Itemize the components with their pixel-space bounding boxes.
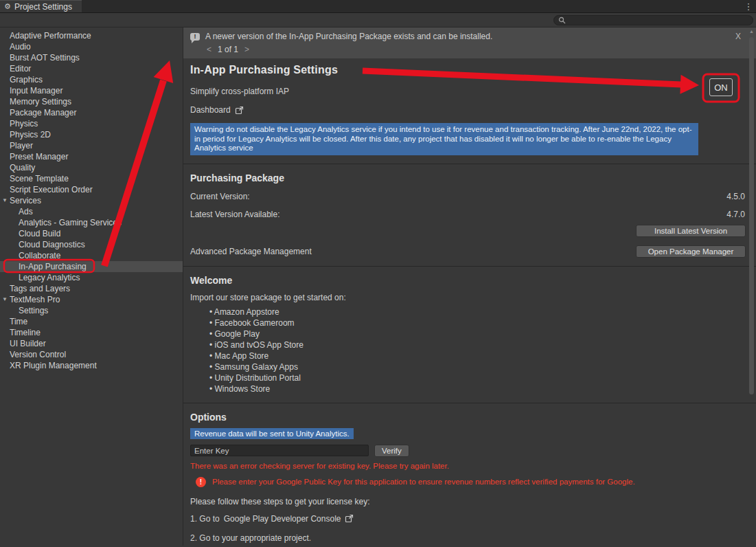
- sidebar-item-cloud-diagnostics[interactable]: Cloud Diagnostics: [0, 239, 183, 250]
- section-divider: [183, 164, 756, 164]
- next-message-button[interactable]: >: [243, 45, 251, 54]
- current-version-value: 4.5.0: [726, 192, 745, 201]
- google-key-error-text: Please enter your Google Public Key for …: [212, 478, 635, 486]
- sidebar-item-package-manager[interactable]: Package Manager: [0, 107, 183, 118]
- open-package-manager-button[interactable]: Open Package Manager: [636, 245, 746, 258]
- sidebar-item-analytics-gaming-services[interactable]: Analytics - Gaming Services: [0, 217, 183, 228]
- toolbar: [0, 13, 756, 27]
- license-key-input[interactable]: [190, 445, 369, 456]
- sidebar-item-adaptive-performance[interactable]: Adaptive Performance: [0, 30, 183, 41]
- server-error-text: There was an error checking server for e…: [190, 462, 749, 470]
- search-icon: [558, 16, 566, 24]
- scrollbar[interactable]: ▲: [747, 27, 756, 546]
- search-bar[interactable]: [553, 15, 753, 25]
- steps-intro: Please follow these steps to get your li…: [190, 497, 749, 506]
- sidebar-item-label: Collaborate: [19, 251, 60, 260]
- external-link-icon: [235, 106, 244, 115]
- sidebar-item-legacy-analytics[interactable]: Legacy Analytics: [0, 272, 183, 283]
- step1-prefix: 1. Go to: [190, 514, 220, 524]
- settings-content: ! A newer version of the In-App Purchasi…: [183, 27, 756, 546]
- sidebar-item-player[interactable]: Player: [0, 140, 183, 151]
- console-message-icon: !: [190, 33, 200, 41]
- store-list-item: • Amazon Appstore: [209, 306, 749, 317]
- welcome-intro: Import our store package to get started …: [190, 293, 749, 302]
- sidebar-item-script-execution-order[interactable]: Script Execution Order: [0, 184, 183, 195]
- scrollbar-thumb[interactable]: [749, 37, 754, 394]
- sidebar-item-scene-template[interactable]: Scene Template: [0, 173, 183, 184]
- sidebar-item-label: TextMesh Pro: [10, 295, 60, 304]
- purchasing-package-heading: Purchasing Package: [190, 172, 749, 183]
- sidebar-item-time[interactable]: Time: [0, 316, 183, 327]
- dashboard-link[interactable]: Dashboard: [190, 105, 244, 115]
- sidebar-item-ui-builder[interactable]: UI Builder: [0, 338, 183, 349]
- sidebar-item-cloud-build[interactable]: Cloud Build: [0, 228, 183, 239]
- sidebar-item-in-app-purchasing[interactable]: In-App Purchasing: [0, 261, 183, 272]
- sidebar-item-burst-aot-settings[interactable]: Burst AOT Settings: [0, 52, 183, 63]
- verify-button[interactable]: Verify: [374, 445, 409, 457]
- sidebar-item-textmesh-pro[interactable]: ▼TextMesh Pro: [0, 294, 183, 305]
- banner-message: A newer version of the In-App Purchasing…: [205, 32, 492, 41]
- sidebar-item-preset-manager[interactable]: Preset Manager: [0, 151, 183, 162]
- sidebar-item-tags-and-layers[interactable]: Tags and Layers: [0, 283, 183, 294]
- close-icon[interactable]: X: [733, 32, 744, 41]
- store-list-item: • Unity Distribution Portal: [209, 372, 749, 383]
- sidebar-item-services[interactable]: ▼Services: [0, 195, 183, 206]
- scroll-up-arrow-icon[interactable]: ▲: [747, 29, 756, 34]
- gear-icon: ⚙: [4, 2, 11, 11]
- sidebar-item-label: UI Builder: [10, 339, 46, 348]
- section-divider: [183, 403, 756, 403]
- foldout-arrow-icon[interactable]: ▼: [2, 294, 8, 305]
- sidebar-item-input-manager[interactable]: Input Manager: [0, 85, 183, 96]
- sidebar-item-collaborate[interactable]: Collaborate: [0, 250, 183, 261]
- sidebar-item-audio[interactable]: Audio: [0, 41, 183, 52]
- sidebar-item-label: Version Control: [10, 350, 66, 359]
- project-settings-window: ⚙ Project Settings ⋮ Adaptive Performanc…: [0, 0, 756, 547]
- sidebar-item-label: Services: [10, 196, 41, 205]
- sidebar-item-xr-plugin-management[interactable]: XR Plugin Management: [0, 360, 183, 371]
- revenue-note: Revenue data will be sent to Unity Analy…: [190, 428, 354, 439]
- sidebar-item-graphics[interactable]: Graphics: [0, 74, 183, 85]
- sidebar-item-physics-2d[interactable]: Physics 2D: [0, 129, 183, 140]
- prev-message-button[interactable]: <: [205, 45, 213, 54]
- foldout-arrow-icon[interactable]: ▼: [2, 195, 8, 206]
- step2-text: 2. Go to your appropriate project.: [190, 533, 749, 543]
- store-list-item: • iOS and tvOS App Store: [209, 339, 749, 350]
- install-latest-version-button[interactable]: Install Latest Version: [636, 225, 746, 237]
- search-input[interactable]: [569, 16, 748, 24]
- store-list: • Amazon Appstore• Facebook Gameroom• Go…: [190, 306, 749, 394]
- store-list-item: • Mac App Store: [209, 350, 749, 361]
- google-play-console-link[interactable]: Google Play Developer Console: [224, 514, 341, 524]
- sidebar-item-label: Cloud Diagnostics: [19, 240, 85, 249]
- section-divider: [183, 266, 756, 267]
- sidebar-item-editor[interactable]: Editor: [0, 63, 183, 74]
- sidebar-item-ads[interactable]: Ads: [0, 206, 183, 217]
- latest-version-label: Latest Version Available:: [190, 210, 280, 219]
- tab-label: Project Settings: [14, 2, 72, 12]
- sidebar-item-settings[interactable]: Settings: [0, 305, 183, 316]
- latest-version-value: 4.7.0: [726, 210, 745, 219]
- sidebar-item-label: Ads: [19, 207, 33, 216]
- sidebar-item-quality[interactable]: Quality: [0, 162, 183, 173]
- sidebar-item-label: Memory Settings: [10, 97, 71, 107]
- sidebar-item-timeline[interactable]: Timeline: [0, 327, 183, 338]
- error-icon: !: [196, 477, 206, 487]
- tab-project-settings[interactable]: ⚙ Project Settings: [0, 0, 82, 12]
- sidebar-item-label: Analytics - Gaming Services: [19, 218, 122, 227]
- sidebar-item-label: Package Manager: [10, 108, 76, 118]
- titlebar: ⚙ Project Settings ⋮: [0, 0, 756, 13]
- sidebar-item-label: Timeline: [10, 328, 41, 337]
- sidebar-item-label: XR Plugin Management: [10, 361, 97, 370]
- sidebar-item-label: Physics 2D: [10, 130, 51, 139]
- sidebar-item-physics[interactable]: Physics: [0, 118, 183, 129]
- sidebar-item-label: Audio: [10, 42, 31, 52]
- sidebar-item-version-control[interactable]: Version Control: [0, 349, 183, 360]
- current-version-label: Current Version:: [190, 192, 250, 201]
- options-heading: Options: [190, 412, 749, 423]
- simplify-iap-label: Simplify cross-platform IAP: [190, 87, 749, 96]
- sidebar-item-label: Editor: [10, 64, 31, 74]
- window-menu-button[interactable]: ⋮: [741, 0, 756, 12]
- sidebar-item-label: Scene Template: [10, 174, 69, 183]
- iap-toggle-button[interactable]: ON: [709, 78, 733, 96]
- sidebar-item-label: Physics: [10, 119, 38, 129]
- sidebar-item-memory-settings[interactable]: Memory Settings: [0, 96, 183, 107]
